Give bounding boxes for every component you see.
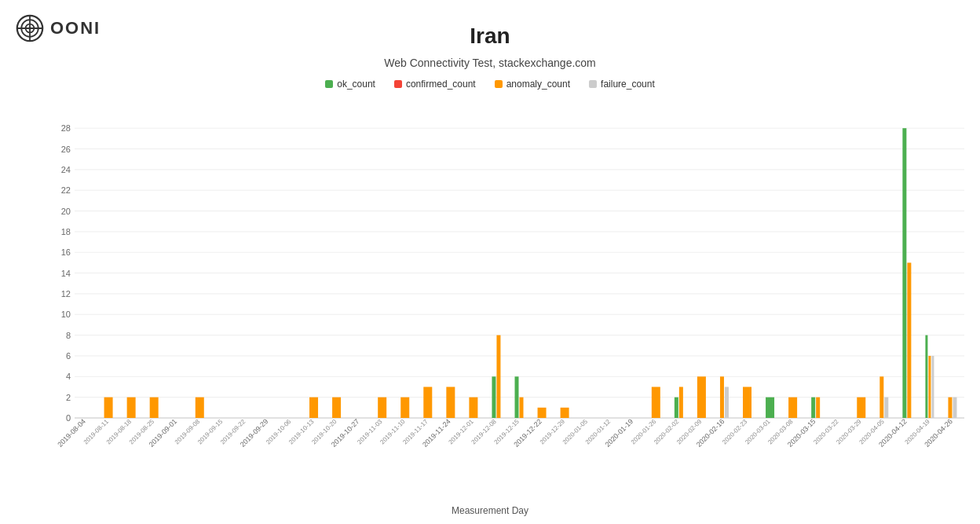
bar-ok-37: [925, 335, 927, 418]
main-chart: 02468101214161820222426282019-08-042019-…: [43, 110, 972, 465]
bar-ok-18: [492, 376, 495, 418]
bar-anomaly-14: [400, 398, 409, 418]
legend-item-failure_count: failure_count: [589, 79, 655, 90]
legend-label-failure_count: failure_count: [601, 79, 655, 90]
y-tick-label: 16: [61, 247, 71, 257]
bar-anomaly-29: [743, 387, 751, 418]
bar-ok-32: [811, 398, 815, 418]
legend-color-anomaly_count: [495, 80, 503, 88]
bar-failure-38: [953, 398, 956, 418]
bar-failure-37: [931, 356, 934, 418]
bar-failure-28: [725, 387, 729, 418]
bar-failure-35: [884, 398, 888, 418]
page-container: OONI Iran Web Connectivity Test, stackex…: [0, 0, 980, 524]
legend-item-confirmed_count: confirmed_count: [394, 79, 476, 90]
y-tick-label: 20: [61, 207, 71, 216]
legend-item-anomaly_count: anomaly_count: [495, 79, 570, 90]
bar-anomaly-19: [520, 398, 524, 418]
y-tick-label: 12: [61, 289, 71, 299]
bar-anomaly-17: [469, 398, 477, 418]
x-axis-label: Measurement Day: [0, 505, 980, 516]
y-tick-label: 14: [61, 269, 71, 278]
legend-label-confirmed_count: confirmed_count: [406, 79, 476, 90]
bar-anomaly-18: [496, 335, 500, 418]
y-tick-label: 4: [66, 372, 71, 381]
legend-label-anomaly_count: anomaly_count: [506, 79, 570, 90]
legend-item-ok_count: ok_count: [325, 79, 375, 90]
bar-anomaly-34: [857, 398, 865, 418]
bar-anomaly-11: [332, 398, 341, 418]
bar-anomaly-35: [879, 376, 883, 418]
bar-anomaly-20: [538, 408, 547, 418]
bar-anomaly-15: [423, 387, 432, 418]
bar-anomaly-28: [720, 376, 724, 418]
bar-ok-19: [515, 376, 519, 418]
bar-anomaly-37: [928, 356, 931, 418]
bar-anomaly-16: [446, 387, 455, 418]
bar-anomaly-38: [948, 398, 952, 418]
y-tick-label: 22: [61, 185, 71, 195]
y-tick-label: 8: [66, 331, 71, 340]
bar-anomaly-36: [907, 262, 911, 418]
bar-anomaly-10: [309, 398, 318, 418]
bar-anomaly-25: [652, 387, 660, 418]
bar-anomaly-13: [378, 398, 386, 418]
bar-anomaly-21: [561, 408, 569, 418]
legend-color-failure_count: [589, 80, 597, 88]
legend-label-ok_count: ok_count: [337, 79, 375, 90]
bar-ok-36: [902, 128, 906, 418]
y-tick-label: 2: [66, 393, 71, 402]
y-tick-label: 6: [66, 351, 71, 361]
bar-anomaly-5: [196, 398, 204, 418]
bar-anomaly-32: [816, 398, 820, 418]
y-tick-label: 10: [61, 310, 71, 319]
legend-color-ok_count: [325, 80, 333, 88]
bar-anomaly-3: [150, 398, 159, 418]
bar-anomaly-26: [679, 387, 683, 418]
x-tick-label: 2019-08-04: [56, 417, 87, 449]
y-tick-label: 0: [66, 413, 71, 423]
bar-anomaly-2: [127, 398, 136, 418]
legend: ok_countconfirmed_countanomaly_countfail…: [0, 79, 980, 90]
chart-title: Iran: [0, 24, 980, 49]
legend-color-confirmed_count: [394, 80, 402, 88]
bar-ok-30: [766, 398, 774, 418]
bar-ok-26: [675, 398, 678, 418]
bar-anomaly-31: [788, 398, 797, 418]
bar-anomaly-27: [697, 376, 706, 418]
chart-subtitle: Web Connectivity Test, stackexchange.com: [0, 57, 980, 69]
bar-anomaly-1: [104, 398, 113, 418]
y-tick-label: 24: [61, 165, 71, 174]
y-tick-label: 18: [61, 227, 71, 236]
y-tick-label: 28: [61, 123, 71, 133]
y-tick-label: 26: [61, 145, 71, 154]
